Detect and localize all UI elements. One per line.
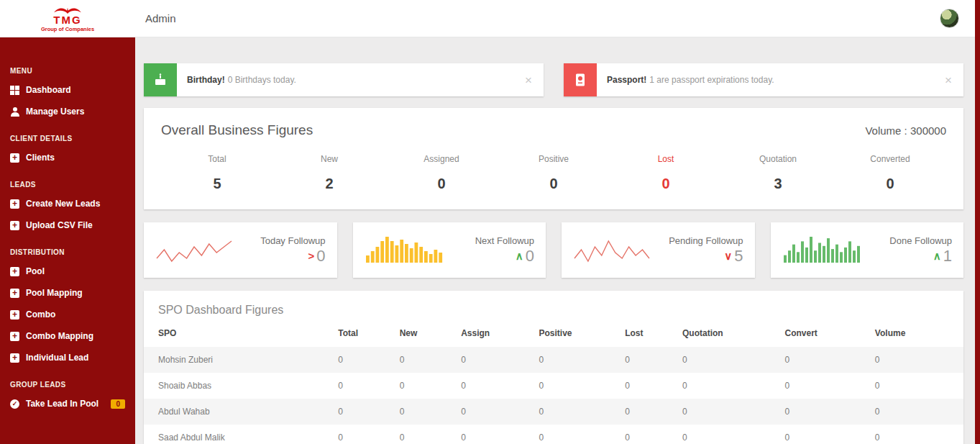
spo-table-title: SPO Dashboard Figures bbox=[144, 304, 963, 317]
table-cell: 0 bbox=[869, 425, 963, 444]
plus-square-icon bbox=[10, 153, 19, 163]
table-cell: 0 bbox=[677, 399, 779, 425]
metric-lost: Lost 0 bbox=[610, 154, 722, 192]
sidebar-section-menu: MENU bbox=[0, 67, 135, 75]
table-cell: 0 bbox=[677, 425, 779, 444]
close-icon[interactable]: × bbox=[945, 74, 952, 86]
volume-label: Volume : 300000 bbox=[865, 124, 946, 137]
sidebar-item-label: Combo bbox=[26, 309, 55, 320]
table-cell: 0 bbox=[869, 373, 963, 399]
chevron-down-icon: ∨ bbox=[724, 250, 732, 262]
chevron-up-icon: ∧ bbox=[933, 250, 941, 262]
sidebar-item-pool[interactable]: Pool bbox=[0, 260, 135, 282]
metric-label: Quotation bbox=[722, 154, 834, 164]
column-header: Assign bbox=[455, 320, 533, 347]
pool-count-badge: 0 bbox=[111, 399, 125, 409]
sidebar-section-distribution: DISTRIBUTION bbox=[0, 248, 135, 256]
metric-label: Positive bbox=[498, 154, 610, 164]
sidebar-item-clients[interactable]: Clients bbox=[0, 147, 135, 168]
sidebar-item-pool-mapping[interactable]: Pool Mapping bbox=[0, 282, 135, 304]
business-figures-card: Overall Business Figures Volume : 300000… bbox=[144, 108, 963, 209]
followup-value-row: ∧0 bbox=[475, 247, 534, 266]
alerts-row: Birthday!0 Birthdays today. × Passport!1… bbox=[144, 63, 963, 96]
table-cell: 0 bbox=[332, 425, 394, 444]
table-cell: 0 bbox=[619, 425, 677, 444]
sidebar-section-client-details: CLIENT DETAILS bbox=[0, 135, 135, 142]
followup-meta: Next Followup ∧0 bbox=[475, 235, 534, 266]
grid-icon bbox=[10, 86, 19, 95]
metric-label: Converted bbox=[834, 154, 946, 164]
table-cell: 0 bbox=[533, 347, 619, 373]
sidebar-item-label: Create New Leads bbox=[26, 199, 100, 209]
passport-icon bbox=[564, 63, 597, 96]
table-cell: 0 bbox=[455, 347, 533, 373]
sidebar-section-group-leads: GROUP LEADS bbox=[0, 381, 135, 389]
sidebar-item-manage-users[interactable]: Manage Users bbox=[0, 101, 135, 122]
business-figures-header: Overall Business Figures Volume : 300000 bbox=[161, 122, 946, 138]
table-cell: 0 bbox=[619, 347, 677, 373]
table-cell: 0 bbox=[455, 425, 533, 444]
close-icon[interactable]: × bbox=[525, 74, 532, 86]
metric-new: New 2 bbox=[273, 154, 385, 192]
column-header: SPO bbox=[144, 320, 332, 347]
plus-square-icon bbox=[10, 310, 19, 320]
metric-label: Assigned bbox=[385, 154, 498, 164]
metric-positive: Positive 0 bbox=[498, 154, 610, 192]
metric-value: 0 bbox=[610, 176, 722, 192]
followup-value: 5 bbox=[734, 247, 743, 265]
sidebar-item-upload-csv-file[interactable]: Upload CSV File bbox=[0, 214, 135, 236]
passport-alert: Passport!1 are passport expirations toda… bbox=[564, 63, 963, 96]
logo-eagle-icon bbox=[51, 5, 84, 14]
sidebar-item-label: Clients bbox=[26, 153, 55, 163]
sidebar: MENU Dashboard Manage Users CLIENT DETAI… bbox=[0, 37, 135, 444]
table-cell: 0 bbox=[332, 399, 394, 425]
sidebar-item-take-lead-in-pool[interactable]: Take Lead In Pool 0 bbox=[0, 393, 135, 414]
metric-total: Total 5 bbox=[161, 154, 273, 192]
table-cell: 0 bbox=[455, 399, 533, 425]
cell-spo-name: Abdul Wahab bbox=[144, 399, 332, 425]
sidebar-item-label: Upload CSV File bbox=[26, 220, 93, 230]
pending-followup-card: Pending Followup ∨5 bbox=[562, 222, 755, 278]
followup-label: Today Followup bbox=[260, 235, 325, 246]
table-header-row: SPO Total New Assign Positive Lost Quota… bbox=[144, 320, 963, 347]
top-header: TMG Group of Companies Admin bbox=[0, 0, 975, 37]
sparkline-bar-chart bbox=[782, 234, 863, 267]
user-avatar[interactable] bbox=[940, 9, 959, 28]
metric-value: 0 bbox=[834, 176, 946, 192]
followup-label: Pending Followup bbox=[669, 235, 743, 246]
table-cell: 0 bbox=[779, 425, 869, 444]
sidebar-item-dashboard[interactable]: Dashboard bbox=[0, 79, 135, 101]
table-row: Mohsin Zuberi 0 0 0 0 0 0 0 0 bbox=[144, 347, 963, 373]
sparkline-bar-chart bbox=[365, 234, 445, 267]
next-followup-card: Next Followup ∧0 bbox=[353, 222, 546, 278]
column-header: New bbox=[394, 320, 456, 347]
metric-quotation: Quotation 3 bbox=[722, 154, 834, 192]
logo-tagline: Group of Companies bbox=[41, 27, 94, 32]
sidebar-item-combo[interactable]: Combo bbox=[0, 304, 135, 325]
followup-value-row: ∧1 bbox=[889, 247, 952, 266]
table-cell: 0 bbox=[869, 347, 963, 373]
logo[interactable]: TMG Group of Companies bbox=[0, 0, 135, 37]
birthday-alert: Birthday!0 Birthdays today. × bbox=[144, 63, 544, 96]
plus-square-icon bbox=[10, 267, 19, 276]
table-cell: 0 bbox=[332, 347, 394, 373]
metric-value: 0 bbox=[498, 176, 610, 192]
sidebar-item-label: Individual Lead bbox=[26, 353, 88, 363]
column-header: Convert bbox=[779, 320, 869, 347]
metric-value: 3 bbox=[722, 176, 834, 192]
metric-label: Total bbox=[161, 154, 273, 164]
cell-spo-name: Saad Abdul Malik bbox=[144, 425, 332, 444]
alert-title: Passport! bbox=[607, 75, 646, 85]
sidebar-item-create-new-leads[interactable]: Create New Leads bbox=[0, 193, 135, 214]
table-cell: 0 bbox=[677, 373, 779, 399]
table-cell: 0 bbox=[533, 425, 619, 444]
spo-table: SPO Total New Assign Positive Lost Quota… bbox=[144, 320, 963, 444]
plus-square-icon bbox=[10, 289, 19, 298]
plus-square-icon bbox=[10, 199, 19, 209]
table-cell: 0 bbox=[394, 347, 456, 373]
table-cell: 0 bbox=[619, 373, 677, 399]
check-circle-icon bbox=[10, 399, 19, 409]
sidebar-item-combo-mapping[interactable]: Combo Mapping bbox=[0, 325, 135, 347]
card-title: Overall Business Figures bbox=[161, 122, 313, 138]
sidebar-item-individual-lead[interactable]: Individual Lead bbox=[0, 347, 135, 368]
